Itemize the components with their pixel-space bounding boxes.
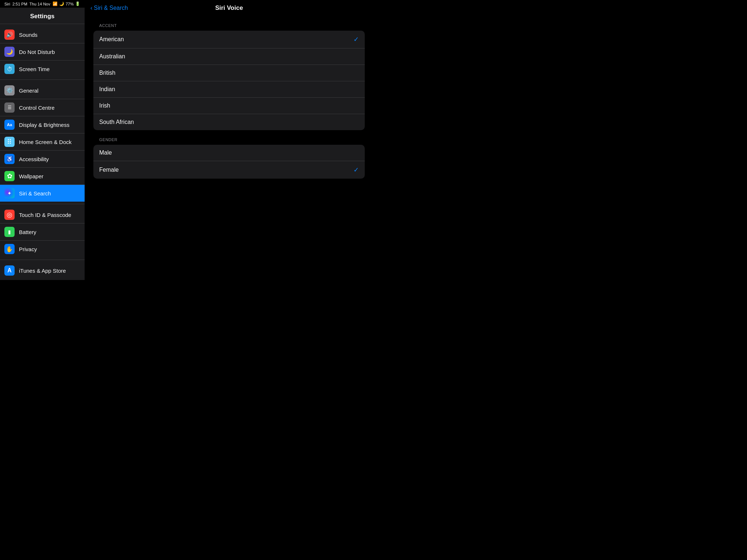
option-south-african[interactable]: South African [93, 114, 365, 130]
gender-section-label: GENDER [93, 137, 365, 142]
male-label: Male [99, 149, 112, 156]
sidebar-item-screen-time[interactable]: ⏱ Screen Time [0, 61, 85, 77]
accessibility-label: Accessibility [19, 156, 49, 162]
content-area: ACCENT American ✓ Australian British Ind… [85, 16, 374, 280]
south-african-label: South African [99, 119, 134, 125]
sidebar-item-control-centre[interactable]: ☰ Control Centre [0, 99, 85, 116]
control-centre-label: Control Centre [19, 105, 55, 111]
back-label: Siri & Search [94, 5, 128, 11]
general-icon: ⚙️ [4, 85, 15, 96]
screen-time-label: Screen Time [19, 66, 50, 72]
detail-title: Siri Voice [215, 4, 243, 12]
option-male[interactable]: Male [93, 145, 365, 161]
sidebar-item-general[interactable]: ⚙️ General [0, 82, 85, 99]
screen-time-icon: ⏱ [4, 64, 15, 74]
wifi-icon: 📶 [53, 1, 58, 6]
home-screen-icon: ⠿ [4, 137, 15, 147]
main-content: ‹ Siri & Search Siri Voice ACCENT Americ… [85, 0, 374, 280]
sidebar-item-siri-search[interactable]: ✦ Siri & Search [0, 185, 85, 202]
battery-label-sidebar: Battery [19, 229, 36, 235]
time-label: 2:51 PM [12, 2, 27, 6]
sidebar-item-home-screen[interactable]: ⠿ Home Screen & Dock [0, 133, 85, 151]
female-checkmark: ✓ [353, 166, 359, 174]
option-female[interactable]: Female ✓ [93, 161, 365, 179]
status-bar: Siri 2:51 PM Thu 14 Nov 📶 🌙 77% 🔋 [0, 0, 85, 8]
sidebar-item-itunes[interactable]: A iTunes & App Store [0, 262, 85, 279]
home-screen-label: Home Screen & Dock [19, 139, 71, 145]
control-centre-icon: ☰ [4, 102, 15, 113]
option-irish[interactable]: Irish [93, 98, 365, 114]
moon-icon: 🌙 [59, 1, 64, 6]
do-not-disturb-label: Do Not Disturb [19, 49, 55, 55]
option-british[interactable]: British [93, 65, 365, 81]
sidebar-item-privacy[interactable]: ✋ Privacy [0, 241, 85, 257]
sidebar-item-display-brightness[interactable]: Aa Display & Brightness [0, 116, 85, 133]
sidebar-section-2: ⚙️ General ☰ Control Centre Aa Display &… [0, 80, 85, 204]
option-australian[interactable]: Australian [93, 48, 365, 65]
back-button[interactable]: ‹ Siri & Search [90, 5, 128, 11]
siri-search-icon: ✦ [4, 188, 15, 198]
back-chevron-icon: ‹ [90, 5, 92, 11]
privacy-icon: ✋ [4, 244, 15, 254]
itunes-label: iTunes & App Store [19, 268, 66, 274]
accessibility-icon: ♿ [4, 154, 15, 164]
sounds-icon: 🔊 [4, 30, 15, 40]
option-american[interactable]: American ✓ [93, 31, 365, 48]
sidebar-item-wallpaper[interactable]: ✿ Wallpaper [0, 168, 85, 185]
date-label: Thu 14 Nov [30, 2, 50, 6]
wallpaper-icon: ✿ [4, 171, 15, 181]
accent-option-group: American ✓ Australian British Indian Iri… [93, 31, 365, 130]
privacy-label: Privacy [19, 246, 37, 252]
sounds-label: Sounds [19, 32, 38, 38]
battery-icon-sidebar: ▮ [4, 227, 15, 237]
sidebar-item-battery[interactable]: ▮ Battery [0, 223, 85, 241]
itunes-icon: A [4, 265, 15, 276]
american-checkmark: ✓ [353, 35, 359, 43]
general-label: General [19, 88, 38, 94]
accent-section-label: ACCENT [93, 23, 365, 28]
american-label: American [99, 36, 124, 43]
british-label: British [99, 70, 115, 76]
sidebar-section-4: A iTunes & App Store [0, 260, 85, 280]
sidebar-title: Settings [0, 8, 85, 24]
siri-search-label: Siri & Search [19, 190, 51, 197]
touch-id-label: Touch ID & Passcode [19, 212, 71, 218]
do-not-disturb-icon: 🌙 [4, 47, 15, 57]
irish-label: Irish [99, 102, 110, 109]
sidebar-item-accessibility[interactable]: ♿ Accessibility [0, 151, 85, 168]
display-brightness-icon: Aa [4, 120, 15, 130]
carrier-label: Siri [4, 2, 10, 6]
display-brightness-label: Display & Brightness [19, 122, 69, 128]
sidebar-section-1: 🔊 Sounds 🌙 Do Not Disturb ⏱ Screen Time [0, 24, 85, 80]
battery-label: 77% [66, 2, 74, 6]
nav-bar: ‹ Siri & Search Siri Voice [85, 0, 374, 16]
sidebar-item-touch-id[interactable]: ◎ Touch ID & Passcode [0, 206, 85, 223]
indian-label: Indian [99, 86, 115, 93]
touch-id-icon: ◎ [4, 210, 15, 220]
female-label: Female [99, 167, 119, 173]
gender-option-group: Male Female ✓ [93, 145, 365, 179]
sidebar-item-sounds[interactable]: 🔊 Sounds [0, 26, 85, 43]
wallpaper-label: Wallpaper [19, 173, 43, 179]
sidebar-item-do-not-disturb[interactable]: 🌙 Do Not Disturb [0, 43, 85, 61]
option-indian[interactable]: Indian [93, 81, 365, 98]
sidebar-section-3: ◎ Touch ID & Passcode ▮ Battery ✋ Privac… [0, 204, 85, 260]
battery-icon: 🔋 [75, 1, 80, 6]
australian-label: Australian [99, 53, 125, 60]
